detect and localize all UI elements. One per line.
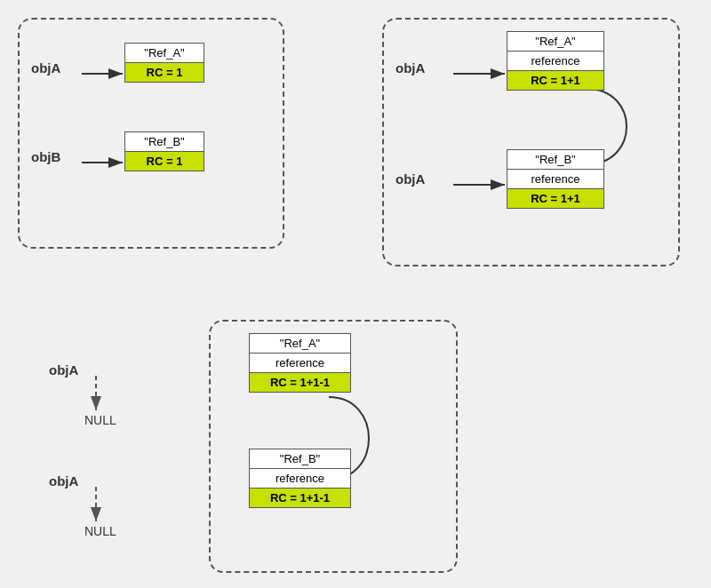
bottom-refB-rc: RC = 1+1-1 (250, 489, 350, 507)
top-right-objA2-label: objA (395, 171, 425, 187)
top-left-refB-title: "Ref_B" (125, 132, 204, 152)
bottom-refB-box: "Ref_B" reference RC = 1+1-1 (249, 449, 351, 508)
bottom-refB-reference: reference (250, 469, 350, 489)
top-left-refA-rc: RC = 1 (125, 63, 204, 82)
top-left-objB-label: objB (31, 149, 60, 164)
top-left-refB-rc: RC = 1 (125, 152, 204, 171)
top-right-refA-rc: RC = 1+1 (507, 71, 603, 90)
top-left-refA-box: "Ref_A" RC = 1 (124, 43, 204, 83)
top-left-objA-label: objA (31, 60, 60, 75)
top-left-refA-title: "Ref_A" (125, 44, 204, 63)
bottom-objA1-label: objA (49, 362, 78, 377)
top-right-refA-box: "Ref_A" reference RC = 1+1 (507, 31, 604, 91)
top-right-refB-box: "Ref_B" reference RC = 1+1 (507, 149, 604, 209)
bottom-refA-reference: reference (250, 354, 350, 373)
bottom-refA-title: "Ref_A" (250, 334, 350, 354)
top-right-refA-title: "Ref_A" (507, 32, 603, 52)
top-right-refB-reference: reference (507, 170, 603, 189)
top-right-refB-title: "Ref_B" (507, 150, 603, 170)
top-left-refB-box: "Ref_B" RC = 1 (124, 131, 204, 171)
bottom-objA2-label: objA (49, 473, 78, 489)
bottom-refA-rc: RC = 1+1-1 (250, 373, 350, 392)
top-right-refB-rc: RC = 1+1 (507, 189, 603, 208)
bottom-refA-box: "Ref_A" reference RC = 1+1-1 (249, 333, 351, 393)
bottom-refB-title: "Ref_B" (250, 449, 350, 469)
top-right-refA-reference: reference (507, 52, 603, 71)
diagram: objA "Ref_A" RC = 1 objB "Ref_B" RC = 1 … (0, 0, 711, 588)
top-right-objA1-label: objA (395, 60, 425, 75)
bottom-null1-label: NULL (84, 413, 116, 427)
bottom-null2-label: NULL (84, 524, 116, 538)
